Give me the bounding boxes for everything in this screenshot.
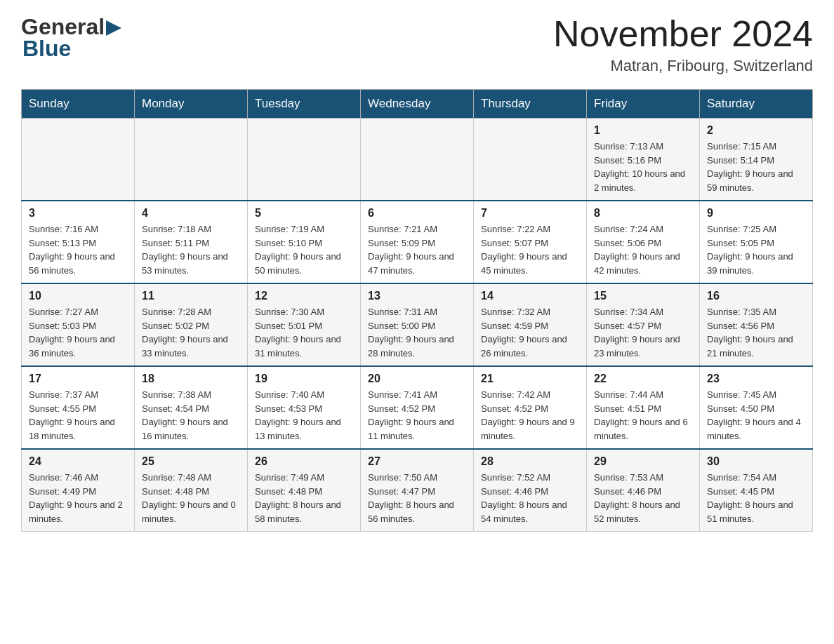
calendar-cell (22, 119, 135, 201)
calendar-cell: 25Sunrise: 7:48 AMSunset: 4:48 PMDayligh… (135, 449, 248, 532)
weekday-header-friday: Friday (587, 90, 700, 119)
calendar-cell: 23Sunrise: 7:45 AMSunset: 4:50 PMDayligh… (700, 366, 813, 449)
day-info: Sunrise: 7:30 AMSunset: 5:01 PMDaylight:… (255, 305, 353, 360)
day-info: Sunrise: 7:44 AMSunset: 4:51 PMDaylight:… (594, 388, 692, 443)
day-info: Sunrise: 7:53 AMSunset: 4:46 PMDaylight:… (594, 471, 692, 525)
day-number: 21 (481, 373, 579, 385)
day-number: 18 (142, 373, 240, 385)
day-info: Sunrise: 7:15 AMSunset: 5:14 PMDaylight:… (707, 140, 805, 194)
day-info: Sunrise: 7:16 AMSunset: 5:13 PMDaylight:… (29, 222, 127, 277)
day-number: 26 (255, 455, 353, 468)
weekday-header-tuesday: Tuesday (248, 90, 361, 119)
calendar-cell: 19Sunrise: 7:40 AMSunset: 4:53 PMDayligh… (248, 366, 361, 449)
day-number: 13 (368, 290, 466, 302)
day-info: Sunrise: 7:24 AMSunset: 5:06 PMDaylight:… (594, 222, 692, 277)
day-number: 15 (594, 290, 692, 302)
day-info: Sunrise: 7:37 AMSunset: 4:55 PMDaylight:… (29, 388, 127, 443)
day-number: 28 (481, 455, 579, 468)
day-info: Sunrise: 7:40 AMSunset: 4:53 PMDaylight:… (255, 388, 353, 443)
weekday-header-saturday: Saturday (700, 90, 813, 119)
calendar-cell: 4Sunrise: 7:18 AMSunset: 5:11 PMDaylight… (135, 201, 248, 283)
calendar-cell: 12Sunrise: 7:30 AMSunset: 5:01 PMDayligh… (248, 283, 361, 366)
logo-blue: Blue (22, 36, 71, 62)
calendar-cell (361, 119, 474, 201)
day-info: Sunrise: 7:48 AMSunset: 4:48 PMDaylight:… (142, 471, 240, 525)
calendar-cell: 1Sunrise: 7:13 AMSunset: 5:16 PMDaylight… (587, 119, 700, 201)
calendar-cell: 5Sunrise: 7:19 AMSunset: 5:10 PMDaylight… (248, 201, 361, 283)
day-number: 5 (255, 207, 353, 220)
calendar-cell: 27Sunrise: 7:50 AMSunset: 4:47 PMDayligh… (361, 449, 474, 532)
calendar-cell: 15Sunrise: 7:34 AMSunset: 4:57 PMDayligh… (587, 283, 700, 366)
day-number: 23 (707, 373, 805, 385)
weekday-header-sunday: Sunday (22, 90, 135, 119)
day-info: Sunrise: 7:19 AMSunset: 5:10 PMDaylight:… (255, 222, 353, 277)
calendar-cell (135, 119, 248, 201)
svg-marker-0 (106, 20, 121, 36)
day-number: 17 (29, 373, 127, 385)
location: Matran, Fribourg, Switzerland (553, 57, 813, 75)
day-info: Sunrise: 7:18 AMSunset: 5:11 PMDaylight:… (142, 222, 240, 277)
day-number: 1 (594, 124, 692, 137)
calendar-cell: 6Sunrise: 7:21 AMSunset: 5:09 PMDaylight… (361, 201, 474, 283)
calendar-cell: 30Sunrise: 7:54 AMSunset: 4:45 PMDayligh… (700, 449, 813, 532)
day-number: 8 (594, 207, 692, 220)
day-info: Sunrise: 7:46 AMSunset: 4:49 PMDaylight:… (29, 471, 127, 525)
day-info: Sunrise: 7:22 AMSunset: 5:07 PMDaylight:… (481, 222, 579, 277)
day-number: 27 (368, 455, 466, 468)
calendar-cell: 26Sunrise: 7:49 AMSunset: 4:48 PMDayligh… (248, 449, 361, 532)
day-number: 22 (594, 373, 692, 385)
calendar-cell: 20Sunrise: 7:41 AMSunset: 4:52 PMDayligh… (361, 366, 474, 449)
month-title: November 2024 (553, 14, 813, 54)
day-info: Sunrise: 7:42 AMSunset: 4:52 PMDaylight:… (481, 388, 579, 443)
day-info: Sunrise: 7:13 AMSunset: 5:16 PMDaylight:… (594, 140, 692, 194)
day-number: 20 (368, 373, 466, 385)
day-number: 10 (29, 290, 127, 302)
day-number: 6 (368, 207, 466, 220)
day-info: Sunrise: 7:45 AMSunset: 4:50 PMDaylight:… (707, 388, 805, 443)
day-number: 29 (594, 455, 692, 468)
day-number: 14 (481, 290, 579, 302)
day-info: Sunrise: 7:41 AMSunset: 4:52 PMDaylight:… (368, 388, 466, 443)
logo-triangle-icon (106, 20, 121, 36)
weekday-header-monday: Monday (135, 90, 248, 119)
calendar-cell: 8Sunrise: 7:24 AMSunset: 5:06 PMDaylight… (587, 201, 700, 283)
day-number: 9 (707, 207, 805, 220)
weekday-header-wednesday: Wednesday (361, 90, 474, 119)
day-info: Sunrise: 7:38 AMSunset: 4:54 PMDaylight:… (142, 388, 240, 443)
calendar-cell (248, 119, 361, 201)
day-number: 16 (707, 290, 805, 302)
day-info: Sunrise: 7:49 AMSunset: 4:48 PMDaylight:… (255, 471, 353, 525)
calendar-cell: 29Sunrise: 7:53 AMSunset: 4:46 PMDayligh… (587, 449, 700, 532)
day-info: Sunrise: 7:50 AMSunset: 4:47 PMDaylight:… (368, 471, 466, 525)
calendar-cell: 10Sunrise: 7:27 AMSunset: 5:03 PMDayligh… (22, 283, 135, 366)
day-info: Sunrise: 7:52 AMSunset: 4:46 PMDaylight:… (481, 471, 579, 525)
day-number: 25 (142, 455, 240, 468)
calendar-cell: 18Sunrise: 7:38 AMSunset: 4:54 PMDayligh… (135, 366, 248, 449)
calendar-cell (474, 119, 587, 201)
day-info: Sunrise: 7:27 AMSunset: 5:03 PMDaylight:… (29, 305, 127, 360)
day-info: Sunrise: 7:31 AMSunset: 5:00 PMDaylight:… (368, 305, 466, 360)
day-number: 7 (481, 207, 579, 220)
calendar-cell: 3Sunrise: 7:16 AMSunset: 5:13 PMDaylight… (22, 201, 135, 283)
day-info: Sunrise: 7:54 AMSunset: 4:45 PMDaylight:… (707, 471, 805, 525)
day-number: 4 (142, 207, 240, 220)
calendar-cell: 17Sunrise: 7:37 AMSunset: 4:55 PMDayligh… (22, 366, 135, 449)
day-number: 24 (29, 455, 127, 468)
calendar-cell: 21Sunrise: 7:42 AMSunset: 4:52 PMDayligh… (474, 366, 587, 449)
weekday-header-thursday: Thursday (474, 90, 587, 119)
calendar-cell: 24Sunrise: 7:46 AMSunset: 4:49 PMDayligh… (22, 449, 135, 532)
calendar-cell: 7Sunrise: 7:22 AMSunset: 5:07 PMDaylight… (474, 201, 587, 283)
day-info: Sunrise: 7:25 AMSunset: 5:05 PMDaylight:… (707, 222, 805, 277)
calendar-cell: 28Sunrise: 7:52 AMSunset: 4:46 PMDayligh… (474, 449, 587, 532)
day-number: 19 (255, 373, 353, 385)
page-header: General Blue November 2024 Matran, Fribo… (21, 14, 813, 75)
day-number: 30 (707, 455, 805, 468)
calendar-cell: 13Sunrise: 7:31 AMSunset: 5:00 PMDayligh… (361, 283, 474, 366)
calendar-table: SundayMondayTuesdayWednesdayThursdayFrid… (21, 89, 813, 532)
calendar-cell: 11Sunrise: 7:28 AMSunset: 5:02 PMDayligh… (135, 283, 248, 366)
day-info: Sunrise: 7:32 AMSunset: 4:59 PMDaylight:… (481, 305, 579, 360)
day-number: 12 (255, 290, 353, 302)
day-info: Sunrise: 7:28 AMSunset: 5:02 PMDaylight:… (142, 305, 240, 360)
logo: General Blue (21, 14, 121, 62)
day-info: Sunrise: 7:35 AMSunset: 4:56 PMDaylight:… (707, 305, 805, 360)
